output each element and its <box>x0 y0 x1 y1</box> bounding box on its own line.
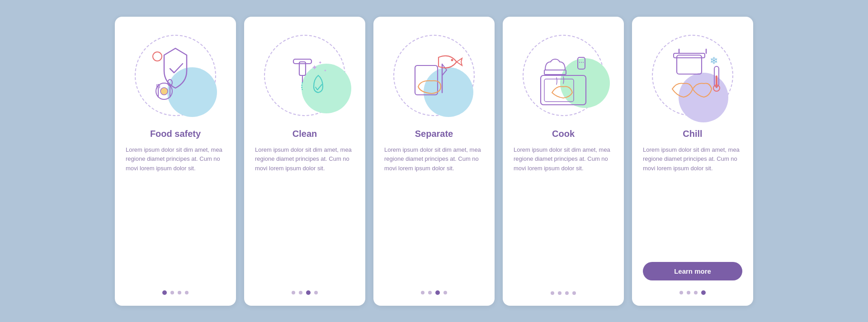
cards-container: Food safety Lorem ipsum dolor sit dim am… <box>97 3 771 319</box>
dot-4 <box>701 290 706 295</box>
food-safety-svg <box>139 39 212 112</box>
illustration-chill: ❄ <box>647 30 738 121</box>
dot-1 <box>292 291 295 294</box>
dots-chill <box>679 290 706 295</box>
svg-rect-18 <box>541 75 586 105</box>
card-cook-text: Lorem ipsum dolor sit dim amet, mea regi… <box>514 145 613 283</box>
dot-3 <box>435 290 440 295</box>
card-cook: Cook Lorem ipsum dolor sit dim amet, mea… <box>503 17 624 306</box>
dots-separate <box>421 290 447 295</box>
separate-svg <box>398 39 470 112</box>
illustration-separate <box>389 30 479 121</box>
dot-2 <box>428 291 432 294</box>
dots-food-safety <box>162 290 189 295</box>
dot-3 <box>306 290 311 295</box>
card-chill: ❄ Chill Lorem ipsum dolor sit dim amet, … <box>632 17 753 306</box>
dots-clean <box>292 290 318 295</box>
svg-text:❄: ❄ <box>710 55 718 66</box>
svg-text:✦: ✦ <box>318 60 322 65</box>
dot-1 <box>551 291 554 295</box>
card-food-safety-title: Food safety <box>150 129 201 139</box>
svg-point-2 <box>160 88 168 95</box>
dots-cook <box>551 291 576 295</box>
dot-4 <box>185 291 189 294</box>
dot-3 <box>565 291 569 295</box>
cook-svg <box>527 39 599 112</box>
svg-rect-15 <box>415 65 438 95</box>
svg-rect-20 <box>578 57 585 69</box>
svg-point-0 <box>153 52 162 61</box>
illustration-clean: ✦ ✦ ✦ <box>259 30 350 121</box>
svg-rect-32 <box>716 75 717 88</box>
dot-4 <box>572 291 576 295</box>
svg-text:✦: ✦ <box>324 69 327 73</box>
illustration-cook <box>518 30 609 121</box>
card-clean-title: Clean <box>292 129 317 139</box>
dot-1 <box>162 290 167 295</box>
card-cook-title: Cook <box>552 129 575 139</box>
chill-svg: ❄ <box>656 39 729 112</box>
card-separate: Separate Lorem ipsum dolor sit dim amet,… <box>373 17 495 306</box>
dot-1 <box>421 291 425 294</box>
card-clean: ✦ ✦ ✦ Clean Lorem ipsum dolor sit dim am… <box>244 17 365 306</box>
dot-4 <box>443 291 447 294</box>
card-chill-title: Chill <box>683 129 702 139</box>
clean-svg: ✦ ✦ ✦ <box>269 39 341 112</box>
illustration-food-safety <box>130 30 221 121</box>
dot-3 <box>694 291 698 294</box>
card-separate-text: Lorem ipsum dolor sit dim amet, mea regi… <box>384 145 484 282</box>
dot-1 <box>679 291 683 294</box>
card-food-safety: Food safety Lorem ipsum dolor sit dim am… <box>115 17 236 306</box>
dot-2 <box>299 291 302 294</box>
dot-2 <box>170 291 174 294</box>
svg-text:✦: ✦ <box>311 64 317 71</box>
card-clean-text: Lorem ipsum dolor sit dim amet, mea regi… <box>255 145 354 282</box>
dot-3 <box>178 291 181 294</box>
svg-rect-19 <box>544 79 574 102</box>
svg-point-17 <box>451 59 453 61</box>
card-food-safety-text: Lorem ipsum dolor sit dim amet, mea regi… <box>126 145 225 282</box>
learn-more-button[interactable]: Learn more <box>643 262 742 280</box>
card-separate-title: Separate <box>415 129 453 139</box>
dot-2 <box>687 291 690 294</box>
svg-rect-24 <box>544 70 566 75</box>
card-chill-text: Lorem ipsum dolor sit dim amet, mea regi… <box>643 145 742 256</box>
dot-2 <box>558 291 561 295</box>
dot-4 <box>314 291 318 294</box>
